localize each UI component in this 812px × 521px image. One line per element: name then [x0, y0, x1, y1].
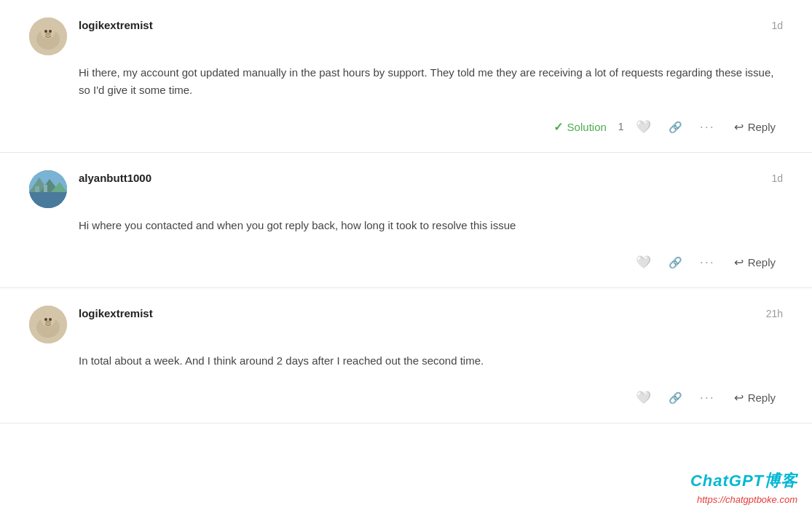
dots-icon: ··· — [700, 119, 715, 135]
reply-arrow-icon: ↩ — [734, 255, 744, 269]
like-button[interactable]: 🤍 — [630, 252, 657, 273]
username: logikextremist — [79, 17, 153, 34]
like-button[interactable]: 🤍 — [630, 116, 657, 138]
username: logikextremist — [79, 306, 153, 322]
post-item: logikextremist 21h In total about a week… — [0, 288, 812, 423]
more-button[interactable]: ··· — [694, 252, 721, 273]
link-button[interactable]: 🔗 — [663, 253, 688, 272]
more-button[interactable]: ··· — [694, 387, 721, 408]
username: alyanbutt1000 — [79, 170, 151, 187]
reply-label: Reply — [748, 256, 776, 269]
posts-container: logikextremist 1d Hi there, my account g… — [0, 0, 812, 423]
post-header: alyanbutt1000 1d — [29, 170, 783, 208]
heart-icon: 🤍 — [636, 255, 651, 270]
reply-label: Reply — [748, 121, 776, 133]
post-content: Hi there, my account got updated manuall… — [79, 64, 783, 99]
solution-button[interactable]: ✓ Solution — [548, 117, 612, 137]
post-item: logikextremist 1d Hi there, my account g… — [0, 0, 812, 153]
avatar — [29, 17, 67, 55]
timestamp: 1d — [771, 171, 783, 186]
heart-icon: 🤍 — [636, 390, 651, 405]
link-button[interactable]: 🔗 — [663, 389, 688, 407]
post-header: logikextremist 1d — [29, 17, 783, 55]
avatar — [29, 170, 67, 208]
svg-point-18 — [41, 311, 55, 327]
svg-point-7 — [45, 33, 51, 36]
post-content: In total about a week. And I think aroun… — [79, 352, 783, 370]
solution-label: Solution — [567, 121, 607, 133]
check-icon: ✓ — [553, 120, 563, 134]
like-count: 1 — [618, 119, 624, 135]
link-button[interactable]: 🔗 — [663, 118, 688, 137]
reply-button[interactable]: ↩ Reply — [727, 388, 783, 407]
post-actions: ✓ Solution 1 🤍 🔗 ··· ↩ Reply — [79, 111, 783, 140]
reply-button[interactable]: ↩ Reply — [727, 117, 783, 137]
heart-icon: 🤍 — [636, 119, 651, 135]
post-content: Hi where you contacted and when you got … — [79, 217, 783, 234]
svg-point-23 — [45, 321, 51, 325]
svg-point-2 — [41, 23, 55, 39]
timestamp: 21h — [766, 306, 783, 322]
svg-point-5 — [44, 30, 47, 33]
like-button[interactable]: 🤍 — [630, 387, 657, 408]
post-actions: 🤍 🔗 ··· ↩ Reply — [79, 381, 783, 411]
dots-icon: ··· — [700, 390, 715, 405]
post-meta: logikextremist 1d — [79, 17, 783, 34]
svg-rect-14 — [35, 186, 39, 192]
reply-label: Reply — [748, 391, 776, 404]
post-item: alyanbutt1000 1d Hi where you contacted … — [0, 153, 812, 288]
svg-point-22 — [49, 318, 52, 321]
avatar — [29, 306, 67, 343]
link-icon: 🔗 — [669, 256, 682, 269]
svg-rect-10 — [29, 192, 67, 208]
reply-arrow-icon: ↩ — [734, 391, 744, 405]
link-icon: 🔗 — [669, 391, 682, 405]
timestamp: 1d — [771, 18, 783, 33]
post-actions: 🤍 🔗 ··· ↩ Reply — [79, 246, 783, 276]
svg-point-21 — [44, 318, 47, 321]
reply-arrow-icon: ↩ — [734, 120, 744, 134]
svg-point-6 — [49, 30, 52, 33]
dots-icon: ··· — [700, 255, 715, 270]
svg-rect-15 — [44, 185, 47, 192]
post-meta: alyanbutt1000 1d — [79, 170, 783, 187]
post-header: logikextremist 21h — [29, 306, 783, 343]
reply-button[interactable]: ↩ Reply — [727, 252, 783, 272]
post-meta: logikextremist 21h — [79, 306, 783, 322]
more-button[interactable]: ··· — [694, 116, 721, 138]
link-icon: 🔗 — [669, 121, 682, 134]
